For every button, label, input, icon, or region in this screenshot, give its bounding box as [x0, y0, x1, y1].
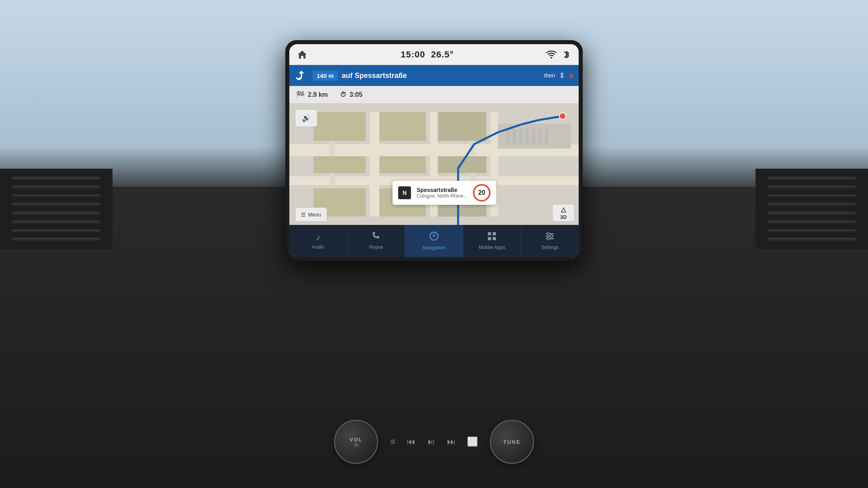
current-street-name: Spessartstraße — [417, 187, 467, 193]
settings-icon — [545, 232, 554, 243]
city-name: Cologne, North-Rhine... — [417, 193, 467, 199]
audio-icon: ♪ — [316, 232, 320, 243]
svg-rect-19 — [438, 112, 486, 141]
current-time: 15:00 — [401, 49, 425, 60]
status-bar: 15:00 26.5° — [289, 44, 579, 65]
total-distance-display: 🏁 2.9 km — [296, 90, 328, 99]
svg-rect-11 — [513, 129, 516, 145]
volume-knob[interactable]: VOL ⏻ — [334, 420, 378, 464]
volume-icon: 🔊 — [302, 114, 311, 123]
volume-button[interactable]: 🔊 — [295, 109, 317, 127]
navigation-tab-icon — [429, 231, 439, 243]
turn-distance: 140 m — [313, 71, 338, 81]
settings-label: Settings — [541, 245, 559, 250]
turn-street-name: auf Spessartstraße — [342, 71, 540, 80]
street-info-text: Spessartstraße Cologne, North-Rhine... — [417, 187, 467, 199]
bluetooth-icon — [561, 49, 572, 60]
svg-rect-17 — [313, 112, 366, 141]
tab-navigation[interactable]: Navigation — [405, 225, 463, 257]
speed-limit-sign: 20 — [473, 184, 491, 202]
svg-rect-20 — [313, 156, 366, 173]
svg-point-26 — [559, 113, 566, 119]
route-info-bar: 🏁 2.9 km ⏱ 3:05 — [289, 86, 579, 104]
navigation-label: Navigation — [423, 245, 446, 251]
clock-icon: ⏱ — [340, 91, 346, 98]
map-area[interactable]: 🔊 ☰ Menu △ 3D N — [289, 104, 579, 225]
mobile-apps-icon — [487, 232, 496, 243]
next-turn-icon: ⇕ — [559, 71, 565, 80]
svg-rect-33 — [493, 237, 496, 240]
menu-label: Menu — [308, 212, 321, 218]
svg-marker-29 — [433, 233, 435, 237]
svg-rect-12 — [519, 129, 522, 145]
screen-button[interactable]: ⬜ — [467, 437, 478, 447]
svg-point-38 — [550, 235, 553, 237]
time-temp-display: 15:00 26.5° — [309, 49, 546, 60]
svg-point-0 — [551, 57, 552, 59]
svg-rect-14 — [532, 129, 535, 145]
svg-rect-31 — [493, 232, 496, 235]
eta-display: ⏱ 3:05 — [340, 91, 362, 98]
map-triangle-icon: △ — [561, 206, 566, 213]
eta-time: 3:05 — [350, 91, 362, 98]
dashboard: 15:00 26.5° — [0, 0, 868, 488]
media-controls: ≡ ⏮ ⏯ ⏭ ⬜ — [390, 437, 478, 447]
svg-point-37 — [547, 233, 549, 235]
power-icon: ⏻ — [354, 443, 358, 447]
svg-rect-21 — [379, 156, 426, 173]
then-label: then — [544, 72, 555, 79]
screen-bezel: 15:00 26.5° — [285, 40, 583, 261]
svg-rect-22 — [438, 156, 486, 173]
eq-button[interactable]: ≡ — [390, 437, 395, 447]
svg-rect-16 — [545, 129, 548, 145]
wifi-icon — [546, 49, 557, 60]
physical-controls: VOL ⏻ ≡ ⏮ ⏯ ⏭ ⬜ TUNE — [273, 420, 595, 464]
close-navigation-button[interactable]: × — [569, 71, 574, 80]
right-vent — [755, 169, 868, 249]
vol-label: VOL — [350, 437, 363, 443]
tab-audio[interactable]: ♪ Audio — [289, 225, 347, 257]
phone-icon — [372, 232, 380, 243]
home-button[interactable] — [296, 48, 309, 61]
menu-icon: ☰ — [301, 212, 306, 218]
nav-instruction-bar: 140 m auf Spessartstraße then ⇕ × — [289, 65, 579, 86]
bottom-navigation-tabs: ♪ Audio Phone — [289, 225, 579, 257]
3d-view-button[interactable]: △ 3D — [552, 204, 575, 222]
svg-rect-10 — [506, 129, 510, 145]
play-pause-button[interactable]: ⏯ — [427, 437, 436, 447]
tune-label: TUNE — [503, 439, 520, 445]
tab-phone[interactable]: Phone — [347, 225, 405, 257]
compass-display: N — [398, 186, 411, 199]
svg-rect-15 — [538, 129, 542, 145]
audio-label: Audio — [312, 244, 324, 250]
street-info-popup: N Spessartstraße Cologne, North-Rhine...… — [393, 181, 496, 205]
tab-settings[interactable]: Settings — [521, 225, 579, 257]
tune-knob[interactable]: TUNE — [490, 420, 534, 464]
svg-rect-18 — [379, 112, 426, 141]
mobile-apps-label: Mobile Apps — [479, 245, 505, 250]
infotainment-screen: 15:00 26.5° — [289, 44, 579, 257]
3d-label: 3D — [560, 214, 567, 220]
status-icons — [546, 49, 572, 60]
next-track-button[interactable]: ⏭ — [447, 437, 456, 447]
prev-track-button[interactable]: ⏮ — [407, 437, 416, 447]
total-distance: 2.9 km — [308, 91, 328, 98]
svg-rect-3 — [370, 112, 379, 216]
flag-icon: 🏁 — [296, 90, 305, 99]
svg-rect-30 — [488, 232, 491, 235]
phone-label: Phone — [369, 245, 383, 250]
svg-point-39 — [547, 237, 549, 240]
left-vent — [0, 169, 113, 249]
turn-left-icon — [294, 68, 309, 83]
svg-rect-32 — [488, 237, 491, 240]
temperature: 26.5° — [431, 49, 454, 60]
menu-button[interactable]: ☰ Menu — [295, 207, 327, 222]
tab-mobile-apps[interactable]: Mobile Apps — [463, 225, 521, 257]
svg-rect-13 — [526, 129, 529, 145]
